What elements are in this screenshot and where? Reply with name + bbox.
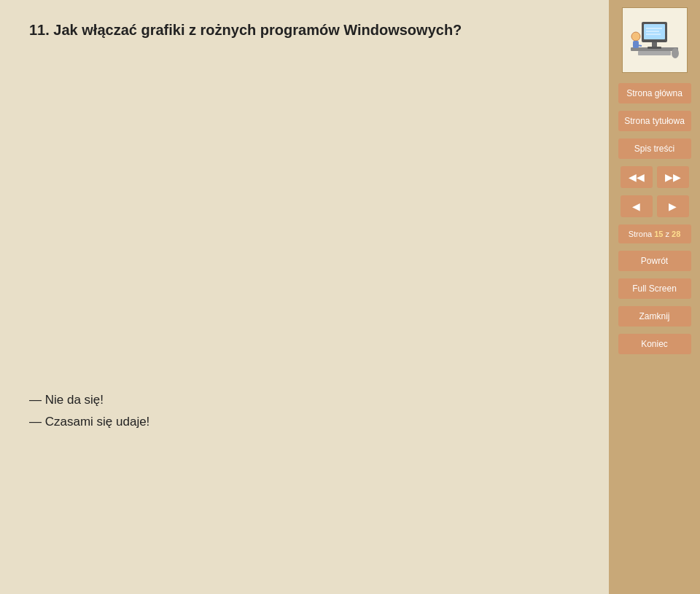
close-button[interactable]: Zamknij bbox=[618, 306, 691, 327]
svg-point-7 bbox=[631, 32, 640, 41]
answer-line-2: — Czasami się udaje! bbox=[29, 411, 149, 434]
page-sep: z bbox=[663, 230, 672, 238]
fast-forward-button[interactable]: ▶▶ bbox=[657, 166, 689, 188]
nav-row-pn: ◀ ▶ bbox=[621, 195, 689, 217]
title-page-button[interactable]: Strona tytułowa bbox=[618, 111, 691, 131]
next-button[interactable]: ▶ bbox=[657, 195, 689, 217]
page-total: 28 bbox=[672, 230, 680, 238]
cartoon-icon bbox=[627, 15, 682, 66]
end-button[interactable]: Koniec bbox=[618, 334, 691, 354]
rewind-button[interactable]: ◀◀ bbox=[621, 166, 653, 188]
rewind-icon: ◀◀ bbox=[629, 171, 645, 183]
prev-button[interactable]: ◀ bbox=[621, 195, 653, 217]
fast-forward-icon: ▶▶ bbox=[665, 171, 681, 183]
toc-button[interactable]: Spis treści bbox=[618, 138, 691, 159]
page-indicator: Strona 15 z 28 bbox=[618, 224, 691, 243]
page-current: 15 bbox=[654, 230, 663, 238]
svg-point-6 bbox=[672, 48, 679, 58]
question-title: 11. Jak włączać grafiki z rożnych progra… bbox=[29, 22, 580, 39]
answer-block: — Nie da się! — Czasami się udaje! bbox=[29, 389, 149, 434]
sidebar: Strona główna Strona tytułowa Spis treśc… bbox=[609, 0, 700, 594]
answer-line-1: — Nie da się! bbox=[29, 389, 149, 412]
prev-icon: ◀ bbox=[632, 200, 640, 212]
nav-row-ff: ◀◀ ▶▶ bbox=[621, 166, 689, 188]
back-button[interactable]: Powrót bbox=[618, 251, 691, 271]
page-label-pre: Strona bbox=[629, 230, 654, 238]
main-content: 11. Jak włączać grafiki z rożnych progra… bbox=[0, 0, 609, 594]
home-button[interactable]: Strona główna bbox=[618, 83, 691, 103]
next-icon: ▶ bbox=[669, 200, 677, 212]
svg-rect-4 bbox=[648, 47, 661, 49]
sidebar-image bbox=[622, 7, 688, 73]
svg-rect-5 bbox=[638, 51, 671, 55]
fullscreen-button[interactable]: Full Screen bbox=[618, 278, 691, 299]
